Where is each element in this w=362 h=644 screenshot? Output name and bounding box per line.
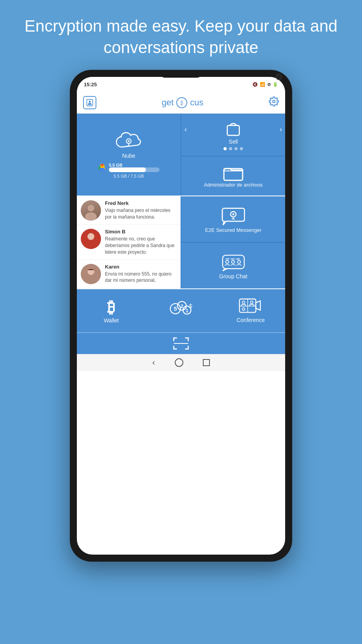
svg-text:₿: ₿ — [107, 299, 115, 316]
logo-cus-text: cus — [190, 98, 203, 108]
svg-point-19 — [85, 241, 97, 249]
nav-back[interactable]: ‹ — [152, 358, 155, 368]
messenger-icon — [222, 206, 245, 227]
storage-used-label: 5.5 GB — [109, 163, 122, 167]
chat-content-fred: Fred Nerk Viajo mañana pero el miércoles… — [105, 200, 177, 221]
chat-list: Fred Nerk Viajo mañana pero el miércoles… — [77, 196, 181, 288]
alarm-icon: ⊘ — [267, 82, 271, 87]
chat-messenger-row: Fred Nerk Viajo mañana pero el miércoles… — [77, 196, 285, 288]
storage-bar-bg — [109, 167, 160, 172]
chat-name-fred: Fred Nerk — [105, 200, 177, 206]
svg-point-32 — [225, 260, 229, 263]
svg-point-46 — [242, 301, 245, 304]
svg-point-48 — [242, 308, 245, 310]
scan-bar[interactable] — [77, 332, 285, 354]
logo-icon-circle: ₿ — [176, 97, 187, 108]
chat-msg-karen: Envía mi número 555, no quiero dar mi nú… — [105, 271, 177, 284]
chat-item-simon[interactable]: Simon B Realmente no, creo que deberíamo… — [77, 225, 181, 260]
svg-point-47 — [250, 301, 253, 304]
chat-content-simon: Simon B Realmente no, creo que deberíamo… — [105, 229, 177, 255]
crypto-exchange-icon: 5 2 1 $ — [168, 301, 193, 321]
cloud-icon — [115, 131, 142, 153]
bitcoin-icon: ₿ — [101, 298, 121, 317]
storage-bar-fill — [109, 167, 146, 172]
top-grid: Nube — [77, 114, 285, 196]
dot-1[interactable] — [224, 147, 227, 150]
svg-point-4 — [128, 140, 130, 142]
svg-point-34 — [238, 260, 241, 263]
status-time: 15:25 — [84, 82, 97, 87]
dot-4[interactable] — [240, 147, 243, 150]
chat-content-karen: Karen Envía mi número 555, no quiero dar… — [105, 264, 177, 284]
svg-text:2: 2 — [181, 303, 183, 309]
phone-nav: ‹ — [77, 354, 285, 371]
messenger-cell[interactable]: E2E Secured Messenger — [181, 196, 285, 242]
sell-cell[interactable]: Sell ‹ › — [181, 114, 285, 156]
status-bar: 15:25 🔇 📶 ⊘ 🔋 — [77, 77, 285, 92]
nav-home[interactable] — [175, 358, 183, 367]
dot-3[interactable] — [234, 147, 238, 150]
crypto-cell[interactable]: 5 2 1 $ — [147, 289, 216, 332]
chat-name-simon: Simon B — [105, 229, 177, 235]
app-header: get ₿ cus — [77, 92, 285, 114]
right-feature-column: E2E Secured Messenger — [181, 196, 285, 288]
svg-point-20 — [88, 233, 94, 240]
phone-frame: 15:25 🔇 📶 ⊘ 🔋 get ₿ cus — [70, 70, 292, 562]
nav-recent[interactable] — [203, 359, 210, 366]
mute-icon: 🔇 — [252, 82, 258, 87]
messenger-label: E2E Secured Messenger — [205, 227, 262, 233]
conference-cell[interactable]: Conference — [216, 289, 285, 332]
storage-total-label: 5.5 GB / 7.5 GB — [114, 174, 144, 178]
chat-name-karen: Karen — [105, 264, 177, 270]
svg-point-2 — [273, 100, 275, 103]
settings-button[interactable] — [269, 96, 279, 109]
avatar-simon — [81, 229, 101, 249]
file-manager-label: Administrador de archivos — [204, 182, 263, 188]
file-manager-cell[interactable]: Administrador de archivos — [181, 157, 285, 196]
svg-text:$: $ — [189, 303, 193, 309]
camera-notch — [160, 70, 202, 78]
chat-item-fred[interactable]: Fred Nerk Viajo mañana pero el miércoles… — [77, 196, 181, 225]
app-logo: get ₿ cus — [162, 97, 204, 108]
prev-arrow[interactable]: ‹ — [185, 125, 187, 133]
conference-label: Conference — [236, 317, 264, 323]
wallet-label: Wallet — [104, 317, 119, 324]
headline-text: Encryption made easy. Keep your data and… — [0, 0, 362, 70]
logo-get-text: get — [162, 98, 174, 108]
group-chat-icon — [221, 252, 245, 273]
storage-bar-wrapper: 5.5 GB — [109, 163, 160, 172]
carousel-arrows: ‹ › — [181, 125, 285, 133]
carousel-dots — [224, 147, 243, 150]
svg-point-17 — [85, 212, 97, 221]
svg-text:1: 1 — [186, 308, 188, 313]
dot-2[interactable] — [229, 147, 232, 150]
folder-icon — [223, 165, 243, 182]
svg-point-33 — [232, 260, 235, 263]
next-arrow[interactable]: › — [280, 125, 282, 133]
nube-cell[interactable]: Nube — [77, 114, 181, 196]
avatar-karen — [81, 264, 101, 284]
google-drive-icon — [98, 163, 106, 172]
svg-text:5: 5 — [174, 306, 177, 312]
right-column: Sell ‹ › — [181, 114, 285, 196]
phone-screen: 15:25 🔇 📶 ⊘ 🔋 get ₿ cus — [77, 77, 285, 555]
chat-msg-fred: Viajo mañana pero el miércoles por la ma… — [105, 207, 177, 221]
svg-point-16 — [87, 205, 94, 212]
user-profile-button[interactable] — [83, 96, 96, 109]
group-chat-label: Group Chat — [219, 273, 247, 279]
wifi-icon: 📶 — [260, 82, 265, 87]
nube-label: Nube — [122, 153, 135, 159]
bottom-row: ₿ Wallet 5 2 1 $ — [77, 289, 285, 332]
sell-label: Sell — [229, 139, 238, 145]
camera-dot — [276, 74, 282, 80]
conference-icon — [239, 298, 263, 317]
battery-icon: 🔋 — [273, 82, 278, 87]
svg-point-25 — [232, 213, 234, 215]
chat-msg-simon: Realmente no, creo que deberíamos pedirl… — [105, 236, 177, 255]
wallet-cell[interactable]: ₿ Wallet — [77, 289, 146, 332]
storage-info: 5.5 GB 5.5 GB / 7.5 GB — [85, 163, 172, 178]
chat-item-karen[interactable]: Karen Envía mi número 555, no quiero dar… — [77, 260, 181, 288]
group-chat-cell[interactable]: Group Chat — [181, 243, 285, 288]
svg-point-22 — [85, 276, 97, 284]
status-icons: 🔇 📶 ⊘ 🔋 — [252, 82, 278, 87]
